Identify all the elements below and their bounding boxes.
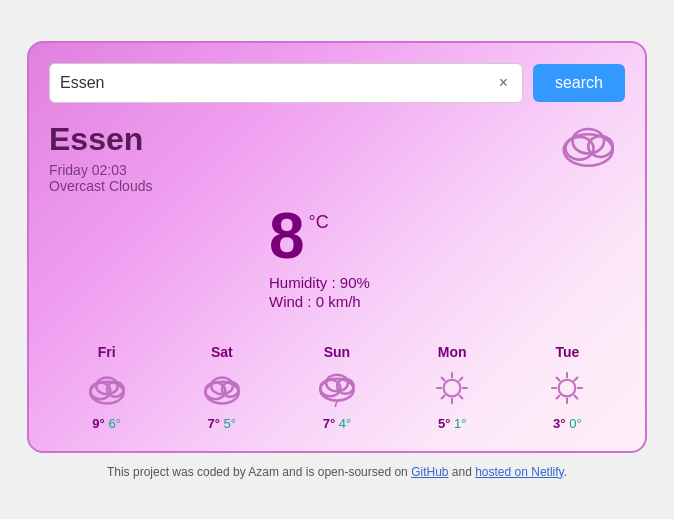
footer-text-after: . — [564, 465, 567, 479]
app-container: × search Essen Friday 02:03 Overcast Clo… — [0, 41, 674, 479]
forecast-day-name: Tue — [555, 344, 579, 360]
forecast-day-name: Mon — [438, 344, 467, 360]
svg-line-25 — [442, 395, 445, 398]
city-datetime: Friday 02:03 — [49, 162, 152, 178]
forecast-high: 3° — [553, 416, 565, 431]
footer-text-middle: and — [448, 465, 475, 479]
svg-line-24 — [460, 377, 463, 380]
forecast-low: 6° — [108, 416, 120, 431]
svg-line-32 — [575, 395, 578, 398]
svg-line-31 — [557, 377, 560, 380]
search-input-wrapper: × — [49, 63, 523, 103]
current-weather-icon — [555, 121, 625, 171]
forecast-day-name: Sun — [324, 344, 350, 360]
city-right — [555, 121, 625, 179]
temp-details: 8 °C Humidity : 90% Wind : 0 km/h — [49, 204, 625, 310]
svg-line-16 — [335, 401, 337, 406]
forecast-icon-mon — [427, 368, 477, 408]
svg-point-26 — [559, 379, 576, 396]
forecast-icon-tue — [542, 368, 592, 408]
temperature-value: 8 — [269, 204, 305, 268]
forecast-temps-fri: 9° 6° — [92, 416, 121, 431]
search-row: × search — [49, 63, 625, 103]
forecast-day-sun: Sun 7° 4° — [312, 344, 362, 431]
forecast-day-mon: Mon 5° 1° — [427, 344, 477, 431]
forecast-high: 7° — [208, 416, 220, 431]
forecast-high: 9° — [92, 416, 104, 431]
humidity-text: Humidity : 90% — [269, 274, 370, 291]
weather-card: × search Essen Friday 02:03 Overcast Clo… — [27, 41, 647, 453]
forecast-icon-fri — [82, 368, 132, 408]
forecast-high: 5° — [438, 416, 450, 431]
svg-line-22 — [442, 377, 445, 380]
forecast-day-sat: Sat 7° 5° — [197, 344, 247, 431]
svg-point-17 — [444, 379, 461, 396]
city-name: Essen — [49, 121, 152, 158]
temperature-unit: °C — [309, 212, 329, 233]
search-button[interactable]: search — [533, 64, 625, 102]
forecast-temps-sat: 7° 5° — [208, 416, 237, 431]
forecast-day-name: Sat — [211, 344, 233, 360]
search-input[interactable] — [60, 64, 495, 102]
github-link[interactable]: GitHub — [411, 465, 448, 479]
forecast-icon-sun — [312, 368, 362, 408]
netlify-link[interactable]: hosted on Netlify — [475, 465, 564, 479]
city-left: Essen Friday 02:03 Overcast Clouds — [49, 121, 152, 194]
forecast-temps-tue: 3° 0° — [553, 416, 582, 431]
clear-button[interactable]: × — [495, 74, 512, 92]
svg-line-23 — [460, 395, 463, 398]
forecast-low: 0° — [569, 416, 581, 431]
svg-line-33 — [575, 377, 578, 380]
city-condition: Overcast Clouds — [49, 178, 152, 194]
footer-text-before: This project was coded by Azam and is op… — [107, 465, 411, 479]
forecast-day-name: Fri — [98, 344, 116, 360]
forecast-low: 5° — [224, 416, 236, 431]
forecast-high: 7° — [323, 416, 335, 431]
forecast-low: 4° — [339, 416, 351, 431]
forecast-temps-mon: 5° 1° — [438, 416, 467, 431]
forecast-temps-sun: 7° 4° — [323, 416, 352, 431]
forecast-row: Fri 9° 6° Sat — [49, 334, 625, 431]
footer: This project was coded by Azam and is op… — [107, 465, 567, 479]
city-info-row: Essen Friday 02:03 Overcast Clouds — [49, 121, 625, 194]
forecast-icon-sat — [197, 368, 247, 408]
forecast-low: 1° — [454, 416, 466, 431]
svg-line-34 — [557, 395, 560, 398]
clear-icon: × — [499, 74, 508, 92]
forecast-day-fri: Fri 9° 6° — [82, 344, 132, 431]
temp-row: 8 °C — [269, 204, 329, 268]
wind-text: Wind : 0 km/h — [269, 293, 361, 310]
forecast-day-tue: Tue 3° 0° — [542, 344, 592, 431]
